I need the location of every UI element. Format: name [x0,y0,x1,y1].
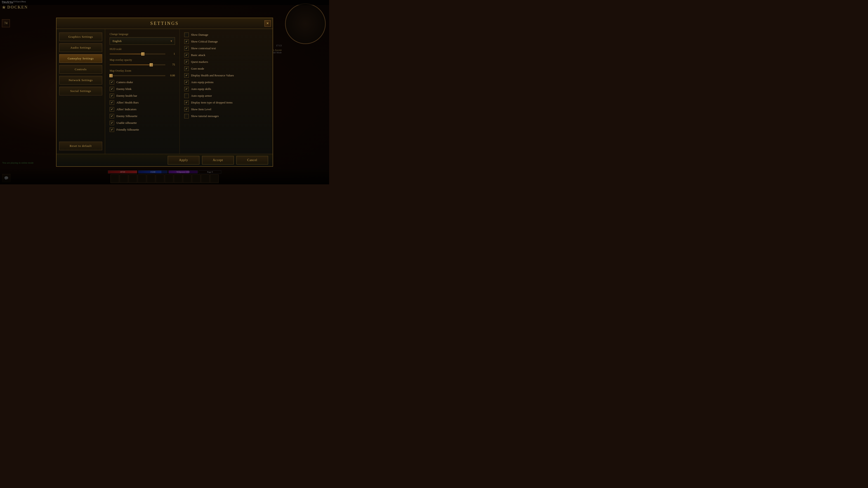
map-overlay-opacity-group: Map overlay opacity 75 [110,58,175,66]
checkbox-usable-silhouette-label: Usable silhouette [116,121,137,125]
checkbox-basic-attack[interactable]: Basic attack [184,53,268,57]
apply-button[interactable]: Apply [168,156,199,164]
sidebar: Graphics Settings Audio Settings Gamepla… [57,29,105,154]
hud-scale-group: HUD scale 1 [110,47,175,56]
checkbox-auto-equip-armor-box[interactable] [184,94,189,98]
hud-scale-thumb[interactable] [141,53,145,56]
checkbox-auto-equip-potions-box[interactable] [184,80,189,85]
checkbox-display-health-resource-label: Display Health and Resource Values [191,74,234,77]
right-checkbox-list: Show Damage Show Critical Damage Show co… [184,33,268,119]
checkbox-allies-health-bars-box[interactable] [110,100,114,105]
checkbox-gore-mode-box[interactable] [184,66,189,71]
left-checkbox-list: Camera shake Enemy blink Enemy health ba… [110,80,175,132]
language-dropdown[interactable]: English French German Spanish [110,37,175,45]
checkbox-enemy-silhouette[interactable]: Enemy Silhouette [110,114,175,119]
checkbox-enemy-blink[interactable]: Enemy blink [110,87,175,91]
checkbox-display-item-type-label: Display item type of dropped items [191,101,232,104]
hud-scale-label: HUD scale [110,47,175,51]
checkbox-allies-health-bars[interactable]: Allies' Health Bars [110,100,175,105]
checkbox-show-critical-damage[interactable]: Show Critical Damage [184,39,268,44]
sidebar-item-controls[interactable]: Controls [59,65,102,74]
checkbox-allies-indicators[interactable]: Allies' Indicators [110,107,175,111]
map-overlay-zoom-label: Map Overlay Zoom [110,69,175,72]
modal-title: Settings [150,21,179,26]
checkbox-enemy-health-bar[interactable]: Enemy health bar [110,94,175,98]
checkbox-enemy-health-bar-box[interactable] [110,94,114,98]
checkbox-auto-equip-armor-label: Auto equip armor [191,94,212,98]
checkbox-usable-silhouette[interactable]: Usable silhouette [110,121,175,125]
main-content: Change language English French German Sp… [105,29,273,154]
checkbox-show-tutorial-messages-box[interactable] [184,114,189,119]
checkbox-quest-markers-box[interactable] [184,60,189,64]
map-overlay-zoom-slider[interactable] [110,75,165,76]
hud-scale-fill [110,54,143,54]
checkbox-auto-equip-skills-label: Auto equip skills [191,87,211,91]
hud-scale-row: 1 [110,52,175,56]
checkbox-allies-indicators-box[interactable] [110,107,114,111]
language-label: Change language [110,33,175,36]
checkbox-gore-mode[interactable]: Gore mode [184,66,268,71]
hud-scale-slider[interactable] [110,54,165,55]
checkbox-show-item-level[interactable]: Show Item Level [184,107,268,111]
sidebar-item-social[interactable]: Social Settings [59,87,102,95]
checkbox-basic-attack-box[interactable] [184,53,189,57]
checkbox-allies-health-bars-label: Allies' Health Bars [116,101,138,104]
sidebar-item-gameplay[interactable]: Gameplay Settings [59,54,102,63]
checkbox-display-health-resource-box[interactable] [184,73,189,78]
checkbox-auto-equip-armor[interactable]: Auto equip armor [184,94,268,98]
checkbox-camera-shake-box[interactable] [110,80,114,85]
checkbox-quest-markers-label: Quest markers [191,60,208,64]
map-overlay-opacity-thumb[interactable] [150,63,153,66]
checkbox-auto-equip-skills[interactable]: Auto equip skills [184,87,268,91]
checkbox-friendly-silhouette[interactable]: Friendly Silhouette [110,127,175,132]
checkbox-enemy-blink-label: Enemy blink [116,87,131,91]
checkbox-show-tutorial-messages-label: Show tutorial messages [191,114,219,118]
checkbox-show-critical-damage-label: Show Critical Damage [191,40,218,43]
sidebar-item-audio[interactable]: Audio Settings [59,43,102,52]
checkbox-show-contextual-text-box[interactable] [184,46,189,51]
checkbox-friendly-silhouette-label: Friendly Silhouette [116,128,139,131]
checkbox-display-health-resource[interactable]: Display Health and Resource Values [184,73,268,78]
checkbox-show-item-level-label: Show Item Level [191,107,211,111]
checkbox-quest-markers[interactable]: Quest markers [184,60,268,64]
checkbox-basic-attack-label: Basic attack [191,53,205,57]
checkbox-show-contextual-text[interactable]: Show contextual text [184,46,268,51]
checkbox-show-critical-damage-box[interactable] [184,39,189,44]
checkbox-show-damage-box[interactable] [184,33,189,37]
top-bar: 1.0.10.0_ER [0,0,329,5]
checkbox-show-item-level-box[interactable] [184,107,189,111]
map-overlay-zoom-group: Map Overlay Zoom 0.00 [110,69,175,77]
cancel-button[interactable]: Cancel [237,156,268,164]
checkbox-friendly-silhouette-box[interactable] [110,127,114,132]
map-overlay-opacity-slider[interactable] [110,64,165,65]
checkbox-usable-silhouette-box[interactable] [110,121,114,125]
checkbox-auto-equip-skills-box[interactable] [184,87,189,91]
checkbox-allies-indicators-label: Allies' Indicators [116,107,136,111]
checkbox-auto-equip-potions[interactable]: Auto equip potions [184,80,268,85]
language-group: Change language English French German Sp… [110,33,175,45]
accept-button[interactable]: Accept [202,156,234,164]
checkbox-auto-equip-potions-label: Auto equip potions [191,80,214,84]
checkbox-display-item-type-box[interactable] [184,100,189,105]
checkbox-camera-shake[interactable]: Camera shake [110,80,175,85]
checkbox-enemy-blink-box[interactable] [110,87,114,91]
action-bar: Apply Accept Cancel [57,154,273,166]
checkbox-show-tutorial-messages[interactable]: Show tutorial messages [184,114,268,119]
map-overlay-opacity-value: 75 [167,63,175,66]
sidebar-item-network[interactable]: Network Settings [59,76,102,85]
close-button[interactable]: ✕ [265,20,271,27]
checkbox-enemy-silhouette-box[interactable] [110,114,114,119]
checkbox-show-contextual-text-label: Show contextual text [191,46,216,50]
ping-label: Ping: 44 ms - US East (Ohio) [2,0,26,3]
checkbox-show-damage[interactable]: Show Damage [184,33,268,37]
map-overlay-zoom-thumb[interactable] [110,74,113,77]
sidebar-item-graphics[interactable]: Graphics Settings [59,33,102,41]
modal-body: Graphics Settings Audio Settings Gamepla… [57,29,273,154]
checkbox-camera-shake-label: Camera shake [116,80,133,84]
modal-header: Settings ✕ [57,18,273,29]
checkbox-display-item-type[interactable]: Display item type of dropped items [184,100,268,105]
reset-to-default-button[interactable]: Reset to default [59,142,102,150]
checkbox-enemy-silhouette-label: Enemy Silhouette [116,114,137,118]
map-overlay-zoom-row: 0.00 [110,74,175,77]
checkbox-enemy-health-bar-label: Enemy health bar [116,94,137,98]
